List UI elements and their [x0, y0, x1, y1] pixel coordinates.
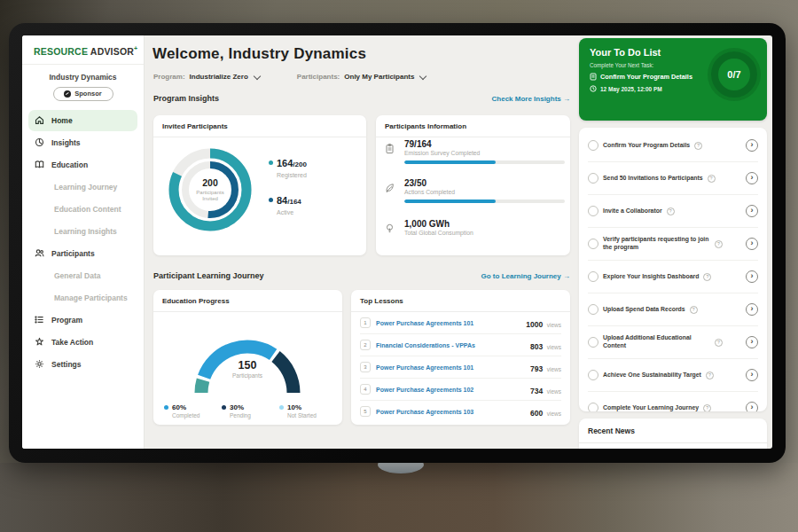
- chevron-right-button[interactable]: ›: [746, 172, 758, 184]
- sidebar-item-label: Take Action: [51, 338, 93, 347]
- lesson-link[interactable]: Power Purchase Agreements 101: [376, 364, 473, 371]
- task-row[interactable]: Explore Your Insights Dashboard ? ›: [588, 261, 758, 293]
- sidebar: RESOURCE ADVISOR+ Industry Dynamics Spon…: [22, 35, 145, 449]
- legend-not-started: 10% Not Started: [279, 403, 337, 419]
- task-checkbox[interactable]: [588, 271, 598, 282]
- chevron-right-button[interactable]: ›: [746, 238, 758, 250]
- education-gauge-chart: 150 Participants: [168, 313, 327, 400]
- check-more-insights-link[interactable]: Check More Insights →: [492, 95, 570, 103]
- sidebar-item-label: Education Content: [54, 205, 121, 214]
- task-row[interactable]: Upload Spend Data Records ? ›: [588, 293, 758, 326]
- main-content: Welcome, Industry Dynamics Program: Indu…: [144, 35, 579, 449]
- program-filter[interactable]: Program: Industrialize Zero: [153, 73, 260, 81]
- todo-progress-ring: 0/7: [711, 51, 757, 98]
- info-icon: ?: [703, 404, 711, 412]
- rank-badge: 4: [360, 384, 371, 395]
- legend-active: 84/164 Active: [269, 192, 301, 215]
- task-row[interactable]: Send 50 Invitations to Participants ? ›: [588, 162, 758, 195]
- card-title: Invited Participants: [153, 115, 366, 137]
- sidebar-item-participants[interactable]: Participants: [28, 243, 137, 264]
- info-icon: ?: [706, 372, 714, 379]
- chevron-down-icon: [254, 72, 261, 79]
- task-row[interactable]: Confirm Your Program Details ? ›: [588, 129, 758, 162]
- right-column: Your To Do List Complete Your Next Task:…: [579, 35, 767, 449]
- task-checkbox[interactable]: [588, 403, 598, 411]
- chevron-right-button[interactable]: ›: [746, 270, 758, 283]
- chevron-right-button[interactable]: ›: [746, 139, 758, 152]
- top-lessons-card: Top Lessons 1 Power Purchase Agreements …: [351, 290, 570, 425]
- task-checkbox[interactable]: [588, 337, 598, 348]
- sidebar-item-label: Insights: [51, 138, 81, 147]
- lesson-row: 3 Power Purchase Agreements 101 793 view…: [360, 356, 561, 379]
- sidebar-item-insights[interactable]: Insights: [28, 132, 137, 153]
- sidebar-item-program[interactable]: Program: [28, 309, 137, 331]
- task-checkbox[interactable]: [588, 173, 598, 184]
- task-checkbox[interactable]: [588, 140, 598, 151]
- task-checkbox[interactable]: [588, 239, 598, 249]
- logo-advisor: ADVISOR: [90, 46, 134, 57]
- chevron-right-button[interactable]: ›: [746, 336, 758, 348]
- task-row[interactable]: Invite a Collaborator ? ›: [588, 195, 758, 228]
- org-name: Industry Dynamics: [22, 73, 144, 82]
- take-action-icon: [35, 337, 44, 347]
- sidebar-item-label: Participants: [51, 249, 95, 258]
- logo-plus: +: [134, 45, 137, 51]
- survey-icon: [385, 142, 395, 158]
- task-checkbox[interactable]: [588, 370, 598, 380]
- sidebar-item-home[interactable]: Home: [28, 110, 137, 131]
- bulb-icon: [385, 222, 395, 238]
- info-icon: ?: [667, 207, 675, 215]
- lesson-link[interactable]: Financial Considerations - VPPAs: [376, 342, 475, 348]
- logo-resource: RESOURCE: [34, 46, 88, 57]
- info-icon: ?: [694, 142, 702, 150]
- sidebar-item-label: Manage Participants: [54, 293, 128, 302]
- book-icon: [35, 160, 44, 169]
- arrow-right-icon: →: [563, 272, 570, 280]
- invited-count: 200: [202, 177, 218, 188]
- legend-registered: 164/200 Registered: [269, 154, 307, 178]
- go-to-learning-journey-link[interactable]: Go to Learning Journey →: [481, 272, 570, 280]
- chevron-down-icon: [419, 72, 426, 79]
- lesson-row: 2 Financial Considerations - VPPAs 803 v…: [360, 334, 561, 356]
- sponsor-icon: [64, 90, 71, 98]
- sidebar-item-learning-insights[interactable]: Learning Insights: [28, 221, 137, 242]
- participants-filter-label: Participants:: [297, 73, 340, 81]
- todo-task-list: Confirm Your Program Details ? › Send 50…: [579, 128, 767, 411]
- invited-participants-card: Invited Participants 200 Participants In…: [153, 115, 366, 255]
- insights-icon: [35, 137, 44, 147]
- chevron-right-button[interactable]: ›: [746, 303, 758, 316]
- app-logo: RESOURCE ADVISOR+: [22, 35, 144, 65]
- sidebar-item-settings[interactable]: Settings: [28, 354, 137, 375]
- card-title: Participants Information: [376, 115, 570, 137]
- participants-filter[interactable]: Participants: Only My Participants: [297, 73, 426, 81]
- task-checkbox[interactable]: [588, 304, 598, 315]
- sidebar-item-label: Settings: [51, 360, 82, 369]
- learning-journey-header: Participant Learning Journey Go to Learn…: [153, 271, 570, 280]
- task-row[interactable]: Achieve One Sustainability Target ? ›: [588, 359, 758, 392]
- sidebar-item-education[interactable]: Education: [28, 154, 137, 176]
- metric-emission-survey: 79/164 Emission Survey Completed: [385, 139, 561, 164]
- sidebar-item-education-content[interactable]: Education Content: [28, 199, 137, 220]
- sidebar-item-take-action[interactable]: Take Action: [28, 332, 137, 353]
- sidebar-item-manage-participants[interactable]: Manage Participants: [28, 287, 137, 309]
- task-row[interactable]: Complete Your Learning Journey ? ›: [588, 392, 758, 411]
- gear-icon: [35, 359, 44, 369]
- invited-count-label: Participants Invited: [191, 190, 230, 203]
- document-icon: [590, 73, 597, 81]
- task-row[interactable]: Upload Additional Educational Content ? …: [588, 326, 758, 359]
- info-icon: ?: [715, 339, 723, 347]
- arrow-right-icon: →: [563, 95, 570, 103]
- chevron-right-button[interactable]: ›: [746, 369, 758, 381]
- lesson-link[interactable]: Power Purchase Agreements 103: [376, 409, 473, 415]
- task-row[interactable]: Verify participants requesting to join t…: [588, 228, 758, 261]
- sidebar-item-learning-journey[interactable]: Learning Journey: [28, 176, 137, 198]
- filter-bar: Program: Industrialize Zero Participants…: [153, 73, 426, 81]
- chevron-right-button[interactable]: ›: [746, 402, 758, 411]
- lesson-link[interactable]: Power Purchase Agreements 101: [376, 320, 473, 326]
- chevron-right-button[interactable]: ›: [746, 205, 758, 217]
- lesson-link[interactable]: Power Purchase Agreements 102: [376, 387, 473, 393]
- sidebar-item-general-data[interactable]: General Data: [28, 265, 137, 286]
- card-title: Recent News: [579, 419, 767, 443]
- lesson-row: 1 Power Purchase Agreements 101 1000 vie…: [360, 312, 561, 334]
- task-checkbox[interactable]: [588, 206, 598, 216]
